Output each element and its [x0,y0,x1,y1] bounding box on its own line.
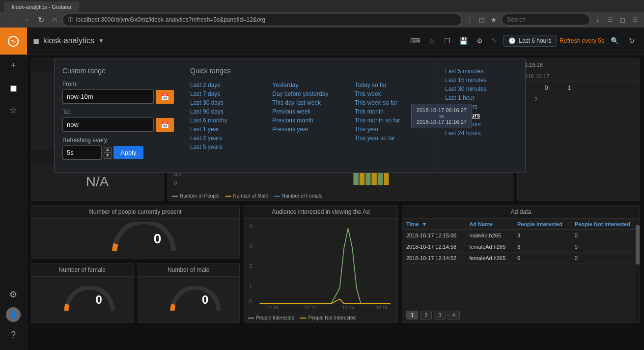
settings-button[interactable]: ⚙ [474,35,486,47]
spinner-down-button[interactable]: ▼ [104,153,112,159]
range-last-30-min[interactable]: Last 30 minutes [445,85,517,93]
dashboard: Custom range From: 📅 To: [27,55,644,350]
custom-range-title: Custom range [62,67,174,75]
range-previous-week[interactable]: Previous week [272,107,346,116]
range-this-day-last-week[interactable]: This day last week [272,98,346,107]
user-avatar[interactable]: 👤 [6,307,21,322]
custom-range-section: Custom range From: 📅 To: [55,59,182,173]
app: + ◼ ☆ ⚙ 👤 ? ◼ kiosk-analytics ▼ ⌨ ☆ ❐ 💾 … [0,28,644,350]
sidebar-item-add[interactable]: + [0,55,27,77]
refresh-button[interactable]: ↻ [625,34,638,47]
grafana-logo[interactable] [0,28,27,55]
from-input[interactable] [62,89,154,104]
share-button[interactable]: ❐ [441,35,453,47]
apply-button[interactable]: Apply [113,146,143,159]
range-today-so-far[interactable]: Today so far [355,81,429,89]
clock-icon: 🕐 [508,37,516,44]
refreshing-label: Refreshing every: [62,137,174,144]
range-this-year-so-far[interactable]: This year so far [355,134,429,143]
range-last-1-hour[interactable]: Last 1 hour [445,93,517,102]
forward-button[interactable]: → [20,14,32,25]
range-last-15-min[interactable]: Last 15 minutes [445,76,517,85]
browser-toolbar: ← → ↻ ⌂ ⓘ localhost:3000/d/jvrvGx0mz/kio… [0,12,644,28]
save-button[interactable]: 💾 [456,35,471,47]
browser-chrome: kiosk-analytics - Grafana ← → ↻ ⌂ ⓘ loca… [0,0,644,28]
from-input-row: 📅 [62,89,174,104]
tooltip-to-label: to [417,113,467,119]
time-range-label: Last 6 hours [519,37,551,44]
help-icon: ? [11,330,16,340]
range-last-5-min[interactable]: Last 5 minutes [445,67,517,76]
sync-icon[interactable]: ◻ [618,15,627,25]
plus-icon: + [11,60,16,71]
tv-mode-button[interactable]: ␀ [489,35,500,47]
range-last-2-days[interactable]: Last 2 days [190,81,264,89]
lock-icon: ⓘ [68,16,73,24]
home-button[interactable]: ⌂ [50,14,59,25]
sidebar-item-alerts[interactable]: ☆ [0,99,27,121]
range-last-6-months[interactable]: Last 6 months [190,116,264,125]
url-text: localhost:3000/d/jvrvGx0mz/kiosk-analyti… [76,16,266,23]
from-calendar-button[interactable]: 📅 [156,90,174,104]
topbar-actions: ⌨ ☆ ❐ 💾 ⚙ ␀ 🕐 Last 6 hours Refresh every… [407,34,638,47]
menu-icon[interactable]: ☰ [630,15,640,25]
range-last-5-years[interactable]: Last 5 years [190,143,264,151]
range-yesterday[interactable]: Yesterday [272,81,346,89]
range-last-90-days[interactable]: Last 90 days [190,107,264,116]
star-button[interactable]: ☆ [426,35,438,47]
sidebar-item-settings[interactable]: ⚙ [0,283,27,305]
topbar: ◼ kiosk-analytics ▼ ⌨ ☆ ❐ 💾 ⚙ ␀ 🕐 Last 6… [27,28,644,55]
topbar-grid-icon: ◼ [33,36,39,46]
download-icon[interactable]: ⇓ [593,15,602,25]
reader-icon[interactable]: ◫ [477,15,487,25]
bell-icon: ☆ [9,105,17,116]
gear-icon: ⚙ [9,289,17,300]
refresh-input[interactable] [62,146,102,160]
range-last-24-hours[interactable]: Last 24 hours [445,129,517,138]
to-label: To: [62,109,174,116]
bookmark-icon[interactable]: ★ [489,15,499,25]
quick-ranges-section: Quick ranges Last 2 days Last 7 days Las… [182,59,437,173]
quick-ranges-grid: Last 2 days Last 7 days Last 30 days Las… [190,81,429,151]
to-calendar-button[interactable]: 📅 [156,118,174,132]
browser-search-input[interactable] [502,14,590,26]
to-input-row: 📅 [62,117,174,132]
quick-ranges-col1: Last 2 days Last 7 days Last 30 days Las… [190,81,264,151]
topbar-dropdown-icon[interactable]: ▼ [98,37,104,44]
range-previous-month[interactable]: Previous month [272,116,346,125]
bookmarks-icon[interactable]: ⋮ [465,15,475,25]
quick-ranges-col2: Yesterday Day before yesterday This day … [272,81,346,151]
refresh-input-row: ▲ ▼ Apply [62,146,174,160]
from-label: From: [62,81,174,88]
range-last-2-years[interactable]: Last 2 years [190,134,264,143]
range-last-1-year[interactable]: Last 1 year [190,125,264,134]
time-range-button[interactable]: 🕐 Last 6 hours [503,35,557,47]
range-day-before-yesterday[interactable]: Day before yesterday [272,89,346,98]
tooltip-to: 2018-10-17 12:16:27 [417,119,467,125]
tooltip-from: 2018-10-17 06:16:27 [417,107,467,113]
sidebar-item-help[interactable]: ? [0,324,27,346]
browser-tab[interactable]: kiosk-analytics - Grafana [4,1,79,12]
range-last-7-days[interactable]: Last 7 days [190,89,264,98]
main-content: ◼ kiosk-analytics ▼ ⌨ ☆ ❐ 💾 ⚙ ␀ 🕐 Last 6… [27,28,644,350]
url-bar[interactable]: ⓘ localhost:3000/d/jvrvGx0mz/kiosk-analy… [62,14,462,26]
back-button[interactable]: ← [4,14,17,25]
grid-icon: ◼ [10,83,17,93]
sidebar-item-dashboards[interactable]: ◼ [0,77,27,99]
refresh-group: Refreshing every: ▲ ▼ Apply [62,137,174,160]
date-tooltip: 2018-10-17 06:16:27 to 2018-10-17 12:16:… [411,104,472,128]
add-panel-button[interactable]: ⌨ [407,35,423,47]
refresh-interval-label[interactable]: Refresh every 5s [560,37,604,44]
range-previous-year[interactable]: Previous year [272,125,346,134]
refresh-spinner: ▲ ▼ [104,147,112,159]
zoom-in-button[interactable]: 🔍 [607,34,622,47]
spinner-up-button[interactable]: ▲ [104,147,112,153]
library-icon[interactable]: ☰ [605,15,615,25]
range-last-30-days[interactable]: Last 30 days [190,98,264,107]
reload-button[interactable]: ↻ [35,14,47,26]
to-input[interactable] [62,117,154,132]
browser-tabs: kiosk-analytics - Grafana [0,0,644,12]
topbar-logo-area: ◼ kiosk-analytics ▼ [33,36,104,46]
range-this-week[interactable]: This week [355,89,429,98]
quick-ranges-title: Quick ranges [190,67,429,75]
